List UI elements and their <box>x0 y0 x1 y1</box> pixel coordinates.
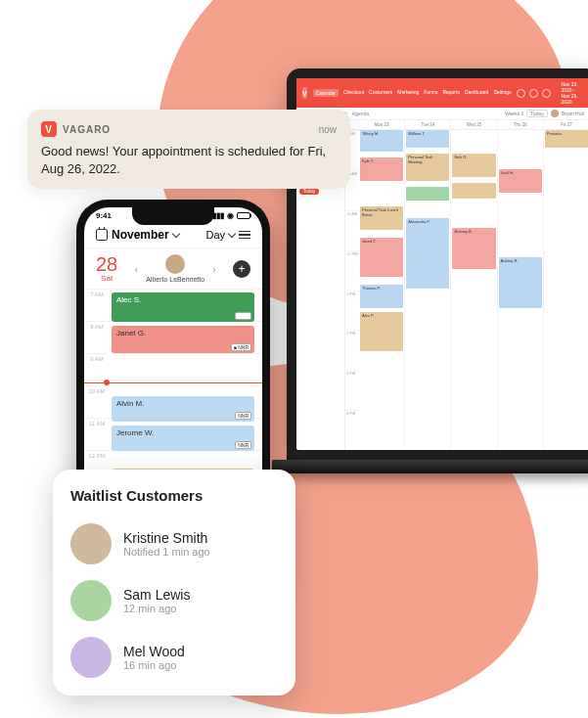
calendar-event[interactable]: Brittany B. <box>452 228 495 269</box>
menu-icon[interactable] <box>239 231 250 239</box>
wifi-icon: ◉ <box>227 211 234 220</box>
notification-app-name: VAGARO <box>63 124 111 135</box>
nav-reports[interactable]: Reports <box>442 89 460 97</box>
day-header: Fri 27 <box>544 120 588 129</box>
nav-dashboard[interactable]: Dashboard <box>465 89 488 97</box>
day-header: Mon 23 <box>359 120 405 129</box>
date-range[interactable]: Nov 23, 2020 - Nov 29, 2020 <box>561 81 584 105</box>
calendar-event[interactable]: Alexandra P. <box>406 218 449 289</box>
weeks-label: Weeks 1 <box>505 111 523 116</box>
add-button[interactable]: + <box>233 260 250 278</box>
phone-event[interactable]: Alec S.NNR <box>112 292 254 322</box>
current-date[interactable]: 28 Sat <box>96 254 117 283</box>
day-header: Thu 26 <box>498 120 544 129</box>
now-indicator <box>84 382 262 383</box>
notification-time: now <box>319 124 337 135</box>
avatar <box>165 254 185 274</box>
phone-event[interactable]: Janet G.■ NNR <box>112 326 254 353</box>
status-time: 9:41 <box>96 211 112 220</box>
battery-icon <box>237 212 250 219</box>
sidebar-today-pill[interactable]: Today <box>299 188 319 195</box>
calendar-event[interactable]: Persona <box>545 130 588 148</box>
today-button[interactable]: Today <box>526 110 547 117</box>
calendar-event[interactable]: Personal Task Meeting <box>406 154 449 181</box>
prev-employee-icon[interactable]: ‹ <box>134 263 138 275</box>
avatar <box>70 580 112 621</box>
chevron-down-icon <box>171 229 179 237</box>
main-nav: Calendar Checkout Customers Marketing Fo… <box>313 89 512 97</box>
nav-forms[interactable]: Forms <box>424 89 437 97</box>
employee-name: Bryan Holt <box>562 111 584 116</box>
calendar-event[interactable]: Tiffany M. <box>360 130 403 152</box>
waitlist-customer[interactable]: Kristine SmithNotified 1 min ago <box>70 516 278 572</box>
avatar <box>551 110 559 117</box>
phone-event[interactable]: Alvin M.NNR <box>112 396 254 422</box>
nav-customers[interactable]: Customers <box>369 89 392 97</box>
calendar-event[interactable]: Personal Task Lunch Break <box>360 206 403 230</box>
chevron-down-icon <box>228 229 236 237</box>
nav-marketing[interactable]: Marketing <box>397 89 419 97</box>
app-topbar: V Calendar Checkout Customers Marketing … <box>296 78 588 108</box>
calendar-event[interactable] <box>406 187 449 201</box>
waitlist-customer[interactable]: Mel Wood16 min ago <box>70 629 278 686</box>
calendar-event[interactable]: Alex P. <box>360 312 403 351</box>
calendar-event[interactable]: Aubrey R. <box>499 257 542 308</box>
nav-checkout[interactable]: Checkout <box>343 89 364 97</box>
nav-calendar[interactable]: Calendar <box>313 89 339 97</box>
vagaro-icon: V <box>41 121 57 137</box>
calendar-event[interactable]: Jack H. <box>499 169 542 193</box>
day-toggle[interactable]: Day <box>205 229 225 241</box>
view-agenda[interactable]: Agenda <box>352 111 369 116</box>
waitlist-customer[interactable]: Sam Lewis12 min ago <box>70 572 278 629</box>
next-employee-icon[interactable]: › <box>212 263 216 275</box>
calendar-event[interactable]: William T. <box>406 130 449 148</box>
phone-event[interactable]: Jerome W.NNR <box>112 426 254 451</box>
waitlist-card: Waitlist Customers Kristine SmithNotifie… <box>53 470 295 696</box>
calendar-event[interactable]: Jared C. <box>360 238 403 277</box>
avatar <box>70 637 112 678</box>
calendar-event[interactable]: Thomas P. <box>360 285 403 308</box>
calendar-event[interactable] <box>452 183 495 199</box>
avatar <box>70 523 112 564</box>
help-icon[interactable] <box>517 89 525 98</box>
calendar-icon <box>96 229 108 241</box>
month-picker[interactable]: November <box>96 228 179 242</box>
employee-select[interactable]: Alberto LeBennetto <box>146 254 204 283</box>
nav-settings[interactable]: Settings <box>493 89 511 97</box>
employee-picker[interactable]: Bryan Holt <box>551 110 584 117</box>
waitlist-title: Waitlist Customers <box>70 487 278 504</box>
day-header: Tue 24 <box>405 120 451 129</box>
play-icon[interactable] <box>529 89 538 98</box>
notification-body: Good news! Your appointment is scheduled… <box>41 143 337 177</box>
push-notification[interactable]: V VAGARO now Good news! Your appointment… <box>27 110 350 189</box>
vagaro-logo-icon[interactable]: V <box>302 87 307 99</box>
calendar-event[interactable]: Nick G. <box>452 154 495 177</box>
day-header: Wed 25 <box>451 120 497 129</box>
calendar-event[interactable]: Kyle T. <box>360 157 403 181</box>
cart-icon[interactable] <box>542 89 551 98</box>
